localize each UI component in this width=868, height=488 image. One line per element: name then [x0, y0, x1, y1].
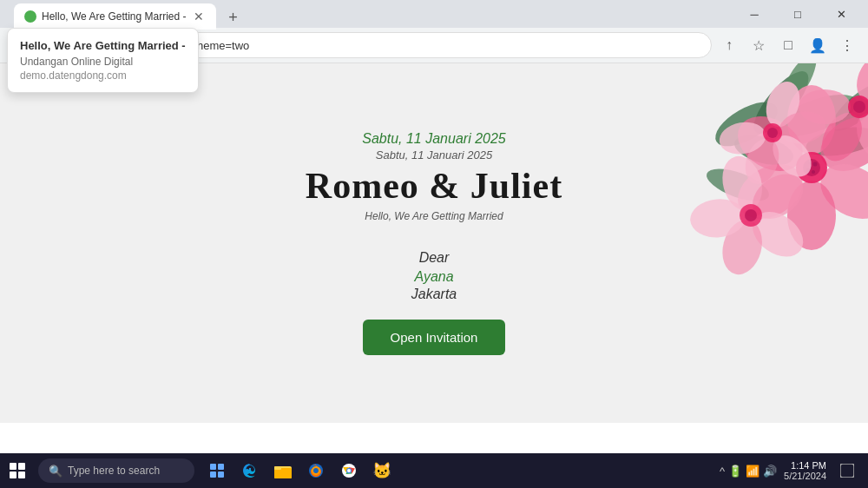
svg-point-51	[347, 469, 351, 472]
taskbar-clock[interactable]: 1:14 PM 5/21/2024	[784, 460, 826, 481]
tab-favicon	[24, 10, 36, 23]
title-bar: Hello, We Are Getting Married - ✕ + ─ □ …	[0, 0, 868, 28]
task-view-button[interactable]	[201, 455, 233, 486]
taskbar-right: ^ 🔋 📶 🔊 1:14 PM 5/21/2024	[720, 457, 868, 485]
chevron-up-icon[interactable]: ^	[720, 465, 725, 478]
svg-rect-42	[218, 464, 224, 470]
system-tray: ^ 🔋 📶 🔊	[720, 465, 777, 478]
current-time: 1:14 PM	[784, 460, 826, 471]
tab-area: Hello, We Are Getting Married - ✕ +	[7, 0, 253, 30]
floral-decoration	[590, 63, 868, 336]
file-explorer-icon[interactable]	[267, 455, 299, 486]
location: Jakarta	[306, 287, 562, 302]
svg-point-26	[853, 101, 865, 113]
browser-tab[interactable]: Hello, We Are Getting Married - ✕	[14, 3, 216, 30]
svg-point-33	[767, 128, 778, 138]
emoji-icon[interactable]: 🐱	[366, 455, 398, 486]
invitation-content: Sabtu, 11 Januari 2025 Sabtu, 11 Januari…	[306, 131, 562, 355]
couple-name: Romeo & Juliet	[306, 165, 562, 207]
dear-label: Dear	[306, 250, 562, 266]
guest-name: Ayana	[306, 269, 562, 285]
tab-title: Hello, We Are Getting Married -	[42, 10, 187, 23]
close-button[interactable]: ✕	[821, 0, 861, 28]
svg-rect-44	[218, 472, 224, 478]
svg-rect-43	[210, 472, 216, 478]
firefox-icon[interactable]	[300, 455, 332, 486]
svg-rect-52	[840, 464, 854, 478]
new-tab-button[interactable]: +	[221, 5, 246, 30]
current-date: 5/21/2024	[784, 471, 826, 481]
date-line1: Sabtu, 11 Januari 2025	[306, 131, 562, 147]
battery-icon[interactable]: 🔋	[728, 465, 742, 478]
notification-button[interactable]	[833, 457, 861, 485]
tooltip-subtitle: Undangan Online Digital	[20, 56, 186, 68]
share-icon[interactable]: ↑	[715, 31, 743, 59]
chrome-icon[interactable]	[333, 455, 365, 486]
minimize-button[interactable]: ─	[734, 0, 774, 28]
title-bar-controls: ─ □ ✕	[734, 0, 861, 28]
taskbar-search[interactable]: 🔍 Type here to search	[38, 458, 194, 483]
tooltip-title: Hello, We Are Getting Married -	[20, 39, 186, 52]
svg-point-16	[813, 162, 818, 167]
tooltip-url: demo.datengdong.com	[20, 69, 186, 82]
menu-icon[interactable]: ⋮	[833, 31, 861, 59]
tagline: Hello, We Are Getting Married	[306, 210, 562, 222]
split-view-icon[interactable]: □	[774, 31, 802, 59]
svg-rect-41	[210, 464, 216, 470]
date-line2: Sabtu, 11 Januari 2025	[306, 148, 562, 162]
taskbar: 🔍 Type here to search	[0, 453, 868, 488]
taskbar-app-icons: 🐱	[201, 455, 398, 486]
svg-point-40	[745, 209, 757, 221]
edge-browser-icon[interactable]	[234, 455, 266, 486]
toolbar-icons: ↑ ☆ □ 👤 ⋮	[715, 31, 861, 59]
open-invitation-button[interactable]: Open Invitation	[363, 320, 506, 355]
network-icon[interactable]: 📶	[746, 465, 760, 478]
start-button[interactable]	[0, 453, 35, 488]
volume-icon[interactable]: 🔊	[763, 465, 777, 478]
svg-point-18	[812, 170, 815, 174]
profile-icon[interactable]: 👤	[804, 31, 832, 59]
search-placeholder-text: Type here to search	[68, 465, 160, 477]
windows-logo	[10, 463, 25, 478]
svg-rect-47	[274, 466, 281, 470]
bookmark-icon[interactable]: ☆	[745, 31, 773, 59]
maximize-button[interactable]: □	[778, 0, 818, 28]
tab-close-button[interactable]: ✕	[192, 10, 206, 23]
search-icon: 🔍	[49, 465, 62, 478]
page-content: Sabtu, 11 Januari 2025 Sabtu, 11 Januari…	[0, 63, 868, 423]
tooltip-popup: Hello, We Are Getting Married - Undangan…	[7, 28, 199, 93]
